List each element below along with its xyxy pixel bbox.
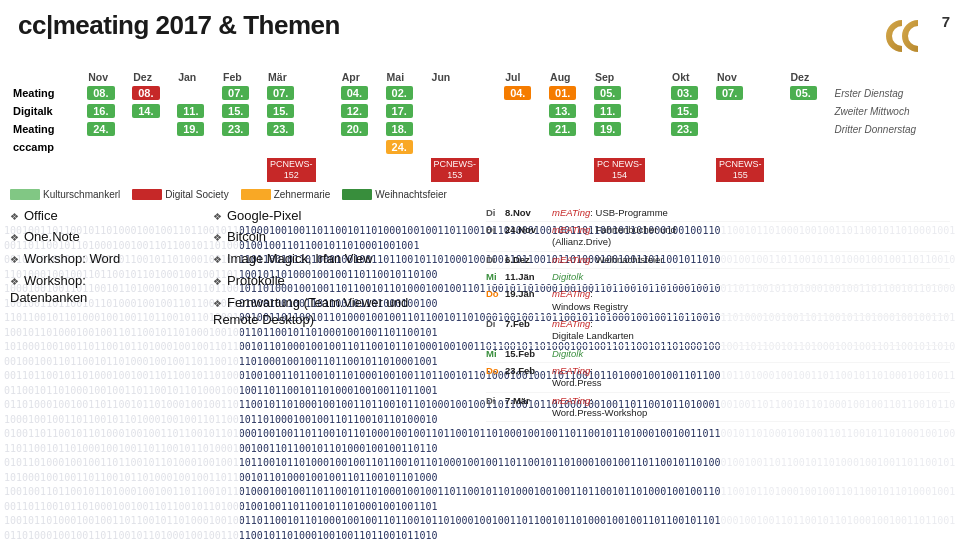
cell-m2-jan: 19.	[177, 122, 204, 136]
topic-workshop-word: Workshop: Word	[10, 248, 205, 270]
event-9-text: mEATing:Word.Press-Workshop	[552, 395, 647, 420]
legend-label-kulturschmankerl: Kulturschmankerl	[43, 189, 120, 200]
month-sep: Sep	[591, 70, 668, 84]
month-jan: Jan	[174, 70, 219, 84]
cell-m2-okt: 23.	[671, 122, 698, 136]
cell-m2-nov1: 24.	[87, 122, 114, 136]
cell-m1-apr: 04.	[341, 86, 368, 100]
legend-bar: Kulturschmankerl Digital Society Zehnerm…	[0, 186, 960, 203]
event-4-dow: Mi	[486, 271, 502, 282]
cell-m1-aug: 01.	[549, 86, 576, 100]
topics-left-list: Office One.Note Workshop: Word Workshop:…	[10, 205, 205, 309]
legend-zehnermarie: Zehnermarie	[241, 189, 331, 200]
month-mai: Mai	[383, 70, 428, 84]
event-1-dow: Di	[486, 207, 502, 218]
cell-m1-feb: 07.	[222, 86, 249, 100]
cell-m2-aug: 21.	[549, 122, 576, 136]
page-title: cc|meating 2017 & Themen	[18, 10, 340, 41]
month-okt: Okt	[668, 70, 713, 84]
legend-digital-society: Digital Society	[132, 189, 228, 200]
calendar-section: Nov Dez Jan Feb Mär Apr Mai Jun Jul Aug …	[0, 68, 960, 186]
event-8-dow: Do	[486, 365, 502, 376]
row-label-digitalk: Digitalk	[10, 102, 84, 120]
cell-d-jan: 11.	[177, 104, 204, 118]
note-digitalk: Zweiter Mittwoch	[831, 102, 950, 120]
event-7-text: Digitolk	[552, 348, 583, 360]
topic-imagemagick: Image.Magick, Irfan View	[213, 248, 478, 270]
event-3: Di 6.Dez mEATing: Weihnachtsfeier	[486, 252, 950, 269]
event-3-text: mEATing: Weihnachtsfeier	[552, 254, 664, 266]
row-label-meating1: Meating	[10, 84, 84, 102]
event-9-date: 7.Mär	[505, 395, 549, 406]
meating-row-1: Meating 08. 08. 07. 07. 04. 02. 04. 01. …	[10, 84, 950, 102]
cell-d-nov1: 16.	[87, 104, 114, 118]
calendar-header: Nov Dez Jan Feb Mär Apr Mai Jun Jul Aug …	[10, 70, 950, 84]
month-apr: Apr	[338, 70, 383, 84]
cell-d-mar: 15.	[267, 104, 294, 118]
slide: 1001001101100101101000100100110110010110…	[0, 0, 960, 540]
pcnews-154: PC NEWS-154	[594, 158, 645, 182]
legend-color-kulturschmankerl	[10, 189, 40, 200]
event-5-text: mEATing:Windows Registry	[552, 288, 628, 313]
cell-d-okt: 15.	[671, 104, 698, 118]
month-nov1: Nov	[84, 70, 129, 84]
event-5-date: 19.Jän	[505, 288, 549, 299]
event-4: Mi 11.Jän Digitolk	[486, 269, 950, 286]
cell-cc-mai: 24.	[386, 140, 413, 154]
event-9-dow: Di	[486, 395, 502, 406]
event-4-date: 11.Jän	[505, 271, 549, 282]
schedule-table: Nov Dez Jan Feb Mär Apr Mai Jun Jul Aug …	[10, 70, 950, 184]
event-2-text: mEATing: Fahrtenbücher und(Allianz.Drive…	[552, 224, 676, 249]
cell-m1-nov2: 07.	[716, 86, 743, 100]
event-8-date: 23.Feb	[505, 365, 549, 376]
digitalk-row: Digitalk 16. 14. 11. 15. 15. 12. 17. 13.…	[10, 102, 950, 120]
topic-workshop-datenbanken: Workshop:Datenbanken	[10, 270, 205, 309]
event-7-dow: Mi	[486, 348, 502, 359]
month-dez2: Dez	[787, 70, 832, 84]
cell-d-dez1: 14.	[132, 104, 159, 118]
event-6: Di 7.Feb mEATing:Digitale Landkarten	[486, 316, 950, 346]
topic-google-pixel: Google-Pixel	[213, 205, 478, 227]
legend-label-weihnachtsfeier: Weihnachtsfeier	[375, 189, 447, 200]
topics-right-list: Google-Pixel Bitcoin Image.Magick, Irfan…	[213, 205, 478, 331]
cell-m1-mai: 02.	[386, 86, 413, 100]
cell-d-feb: 15.	[222, 104, 249, 118]
event-5: Do 19.Jän mEATing:Windows Registry	[486, 286, 950, 316]
event-3-date: 6.Dez	[505, 254, 549, 265]
event-5-dow: Do	[486, 288, 502, 299]
cell-m1-jul: 04.	[504, 86, 531, 100]
event-8: Do 23.Feb mEATing:Word.Press	[486, 363, 950, 393]
cell-m2-mar: 23.	[267, 122, 294, 136]
events-column: Di 8.Nov mEATing: USB-Programme Di 24.No…	[486, 205, 950, 423]
meating-row-2: Meating 24. 19. 23. 23. 20. 18. 21. 19. …	[10, 120, 950, 138]
cell-d-sep: 11.	[594, 104, 621, 118]
cell-m2-sep: 19.	[594, 122, 621, 136]
pcnews-153: PCNEWS-153	[431, 158, 480, 182]
row-label-meating2: Meating	[10, 120, 84, 138]
pcnews-155: PCNEWS-155	[716, 158, 765, 182]
cell-m2-mai: 18.	[386, 122, 413, 136]
legend-label-digital-society: Digital Society	[165, 189, 228, 200]
legend-color-zehnermarie	[241, 189, 271, 200]
month-mar: Mär	[264, 70, 338, 84]
event-1: Di 8.Nov mEATing: USB-Programme	[486, 205, 950, 222]
month-jun: Jun	[428, 70, 502, 84]
cell-m1-sep: 05.	[594, 86, 621, 100]
topic-fernwartung: Fernwartung (Team.Viewer undRemote Deskt…	[213, 292, 478, 331]
topics-left-column: Office One.Note Workshop: Word Workshop:…	[10, 205, 205, 309]
topic-protokolle: Protokolle	[213, 270, 478, 292]
events-list: Di 8.Nov mEATing: USB-Programme Di 24.No…	[486, 205, 950, 423]
event-2-date: 24.Nov	[505, 224, 549, 235]
cell-d-aug: 13.	[549, 104, 576, 118]
pcnews-row: PCNEWS-152 PCNEWS-153 PC NEWS-154 PCNEWS…	[10, 156, 950, 184]
cell-m1-dez1: 08.	[132, 86, 159, 100]
event-2: Di 24.Nov mEATing: Fahrtenbücher und(All…	[486, 222, 950, 252]
cccamp-row: cccamp 24.	[10, 138, 950, 156]
note-meating1: Erster Dienstag	[831, 84, 950, 102]
cell-d-apr: 12.	[341, 104, 368, 118]
legend-color-digital-society	[132, 189, 162, 200]
month-feb1: Feb	[219, 70, 264, 84]
event-2-dow: Di	[486, 224, 502, 235]
cell-m1-nov1: 08.	[87, 86, 114, 100]
cell-m1-okt: 03.	[671, 86, 698, 100]
